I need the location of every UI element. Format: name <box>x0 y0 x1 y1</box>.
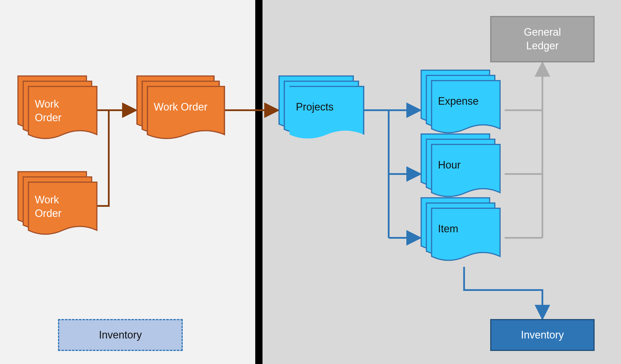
node-inventory-left: Inventory <box>58 319 183 351</box>
label-work-order-2: WorkOrder <box>35 193 94 220</box>
label-work-order-1: WorkOrder <box>35 97 94 125</box>
label-projects: Projects <box>296 100 361 114</box>
label-hour: Hour <box>438 158 497 172</box>
label-general-ledger: GeneralLedger <box>524 26 561 53</box>
label-inventory-right: Inventory <box>521 328 564 342</box>
diagram-stage: WorkOrder WorkOrder Work Order Inventory <box>0 0 621 364</box>
label-item: Item <box>438 222 497 236</box>
node-inventory-right: Inventory <box>490 319 595 351</box>
label-inventory-left: Inventory <box>99 328 142 342</box>
panel-divider <box>255 0 262 364</box>
node-general-ledger: GeneralLedger <box>490 16 595 62</box>
label-work-order-main: Work Order <box>154 100 222 114</box>
label-expense: Expense <box>438 95 497 108</box>
